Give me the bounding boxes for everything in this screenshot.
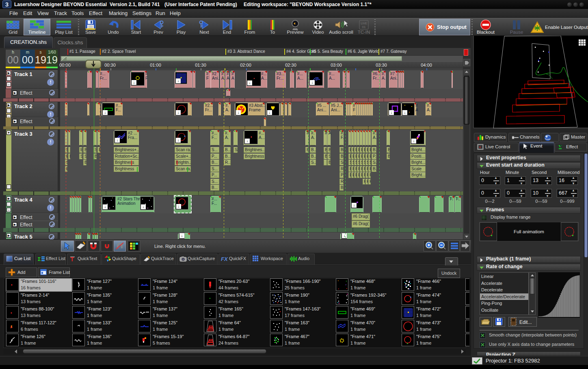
svg-text:3: 3 xyxy=(5,1,9,8)
svg-text:Σ: Σ xyxy=(38,256,41,262)
svg-text:01: 01 xyxy=(362,25,366,29)
svg-text:FX: FX xyxy=(221,256,228,262)
svg-text:Σ: Σ xyxy=(558,144,562,150)
svg-text:LIVE: LIVE xyxy=(361,22,367,25)
